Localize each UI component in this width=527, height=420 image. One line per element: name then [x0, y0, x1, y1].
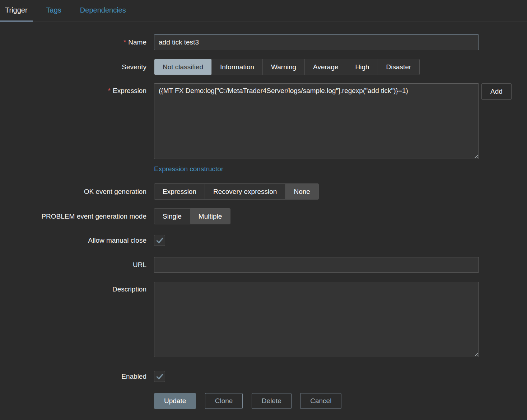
name-input[interactable] — [154, 34, 479, 50]
url-label: URL — [0, 261, 154, 269]
name-label: *Name — [0, 38, 154, 46]
description-textarea[interactable] — [154, 282, 479, 357]
severity-option-not-classified[interactable]: Not classified — [154, 59, 211, 75]
allow-manual-close-checkbox[interactable] — [154, 235, 165, 246]
ok-event-option-expression[interactable]: Expression — [154, 184, 205, 199]
problem-mode-option-multiple[interactable]: Multiple — [190, 209, 230, 224]
enabled-row: Enabled — [0, 371, 527, 382]
ok-event-generation-segmented-control: Expression Recovery expression None — [154, 183, 319, 200]
problem-mode-option-single[interactable]: Single — [154, 209, 190, 224]
delete-button[interactable]: Delete — [252, 393, 292, 409]
trigger-form: *Name Severity Not classified Informatio… — [0, 22, 527, 409]
allow-manual-close-label: Allow manual close — [0, 237, 154, 244]
severity-segmented-control: Not classified Information Warning Avera… — [154, 59, 420, 75]
clone-button[interactable]: Clone — [205, 393, 243, 409]
expression-constructor-row: Expression constructor — [0, 165, 527, 174]
severity-option-average[interactable]: Average — [304, 59, 346, 75]
checkmark-icon — [156, 237, 164, 244]
expression-textarea-wrap: ({MT FX Demo:log["C:/MetaTrader4Server/l… — [154, 83, 479, 159]
tab-bar: Trigger Tags Dependencies — [0, 0, 527, 22]
expression-constructor-link[interactable]: Expression constructor — [154, 165, 223, 174]
update-button[interactable]: Update — [154, 393, 196, 409]
trigger-configuration-page: Trigger Tags Dependencies *Name Severity… — [0, 0, 527, 409]
expression-row: *Expression ({MT FX Demo:log["C:/MetaTra… — [0, 83, 527, 159]
checkmark-icon — [156, 373, 164, 381]
description-row: Description — [0, 282, 527, 357]
problem-event-mode-segmented-control: Single Multiple — [154, 208, 230, 224]
severity-label: Severity — [0, 63, 154, 71]
required-asterisk: * — [108, 87, 111, 94]
problem-event-mode-row: PROBLEM event generation mode Single Mul… — [0, 208, 527, 224]
add-expression-button[interactable]: Add — [481, 83, 512, 100]
ok-event-option-recovery-expression[interactable]: Recovery expression — [205, 184, 285, 199]
severity-option-high[interactable]: High — [347, 59, 378, 75]
description-label: Description — [0, 282, 154, 293]
name-row: *Name — [0, 34, 527, 50]
ok-event-generation-label: OK event generation — [0, 188, 154, 196]
enabled-label: Enabled — [0, 373, 154, 381]
severity-option-warning[interactable]: Warning — [262, 59, 304, 75]
tab-dependencies[interactable]: Dependencies — [75, 0, 131, 22]
ok-event-option-none[interactable]: None — [285, 184, 318, 199]
footer-buttons: Update Clone Delete Cancel — [154, 393, 349, 409]
url-row: URL — [0, 257, 527, 273]
expression-label: *Expression — [0, 83, 154, 95]
footer-buttons-row: Update Clone Delete Cancel — [0, 393, 527, 409]
severity-row: Severity Not classified Information Warn… — [0, 59, 527, 75]
tab-tags[interactable]: Tags — [41, 0, 66, 22]
problem-event-mode-label: PROBLEM event generation mode — [0, 213, 154, 220]
url-input[interactable] — [154, 257, 479, 273]
allow-manual-close-row: Allow manual close — [0, 235, 527, 246]
enabled-checkbox[interactable] — [154, 371, 165, 382]
tab-trigger[interactable]: Trigger — [0, 0, 33, 22]
required-asterisk: * — [123, 38, 126, 46]
cancel-button[interactable]: Cancel — [300, 393, 341, 409]
severity-option-information[interactable]: Information — [211, 59, 262, 75]
expression-textarea[interactable]: ({MT FX Demo:log["C:/MetaTrader4Server/l… — [154, 83, 479, 159]
description-textarea-wrap — [154, 282, 479, 357]
severity-option-disaster[interactable]: Disaster — [378, 59, 420, 75]
ok-event-generation-row: OK event generation Expression Recovery … — [0, 183, 527, 200]
